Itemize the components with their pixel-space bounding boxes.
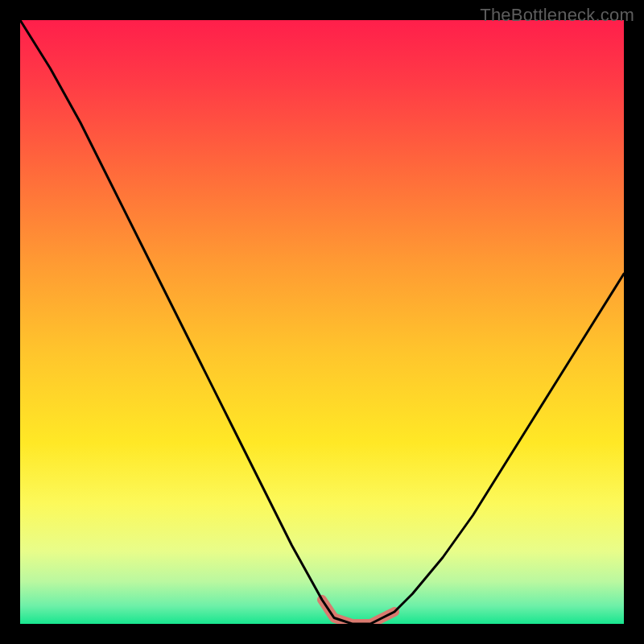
gradient-background <box>20 20 624 624</box>
bottleneck-chart <box>20 20 624 624</box>
watermark-text: TheBottleneck.com <box>480 5 634 26</box>
plot-area <box>20 20 624 624</box>
chart-frame: TheBottleneck.com <box>0 0 644 644</box>
